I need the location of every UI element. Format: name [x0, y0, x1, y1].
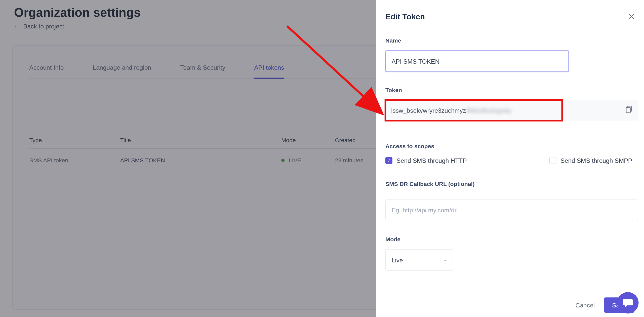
token-visible-part: issw_bsekvwryre3zuchmyz	[391, 107, 466, 114]
callback-label: SMS DR Callback URL (optional)	[385, 181, 634, 187]
scope-http-label: Send SMS through HTTP	[396, 157, 467, 164]
svg-rect-1	[626, 107, 630, 113]
tab-team-security[interactable]: Team & Security	[180, 58, 225, 78]
copy-icon[interactable]	[626, 106, 632, 115]
callback-input[interactable]	[385, 200, 638, 220]
status-dot-icon	[281, 159, 285, 162]
arrow-left-icon: ←	[14, 23, 20, 29]
mode-select[interactable]: Live ⌄	[385, 249, 453, 270]
table-header-row: Type Title Mode Created	[29, 137, 417, 149]
name-input[interactable]	[385, 50, 569, 72]
edit-token-panel: Edit Token Name Token issw_bsekvwryre3zu…	[376, 0, 643, 317]
cell-title-link[interactable]: API SMS TOKEN	[120, 157, 165, 164]
scopes-label: Access to scopes	[385, 143, 634, 149]
tab-account-info[interactable]: Account Info	[29, 58, 64, 78]
scope-smpp-checkbox[interactable]: Send SMS through SMPP	[549, 157, 632, 164]
page-title: Organization settings	[14, 6, 141, 20]
settings-card: Account Info Language and region Team & …	[12, 46, 434, 310]
help-chat-button[interactable]	[617, 292, 638, 313]
tokens-table: Type Title Mode Created SMS API token AP…	[29, 137, 417, 172]
cell-type: SMS API token	[29, 157, 120, 164]
mode-value: Live	[392, 256, 403, 263]
token-display: issw_bsekvwryre3zuchmyz llhkhzflnxhqyxky	[385, 100, 638, 121]
th-type: Type	[29, 137, 120, 143]
back-label: Back to project	[23, 23, 64, 30]
cell-mode: LIVE	[289, 157, 301, 164]
tab-language-region[interactable]: Language and region	[93, 58, 151, 78]
mode-label: Mode	[385, 236, 634, 243]
cancel-button[interactable]: Cancel	[575, 302, 595, 309]
name-label: Name	[385, 37, 634, 44]
back-to-project-link[interactable]: ← Back to project	[14, 23, 64, 30]
tab-api-tokens[interactable]: API tokens	[254, 58, 284, 79]
th-title: Title	[120, 137, 281, 143]
token-label: Token	[385, 87, 634, 93]
tabs-row: Account Info Language and region Team & …	[29, 58, 417, 79]
token-hidden-part: llhkhzflnxhqyxky	[467, 107, 511, 114]
chevron-down-icon: ⌄	[443, 257, 447, 263]
table-row[interactable]: SMS API token API SMS TOKEN LIVE 23 minu…	[29, 149, 417, 172]
scope-http-checkbox[interactable]: ✓ Send SMS through HTTP	[385, 157, 467, 164]
scope-smpp-label: Send SMS through SMPP	[560, 157, 632, 164]
panel-title: Edit Token	[385, 12, 425, 21]
checkbox-checked-icon: ✓	[385, 157, 392, 164]
checkbox-unchecked-icon	[549, 157, 556, 164]
th-mode: Mode	[281, 137, 335, 143]
close-icon[interactable]	[629, 13, 634, 21]
